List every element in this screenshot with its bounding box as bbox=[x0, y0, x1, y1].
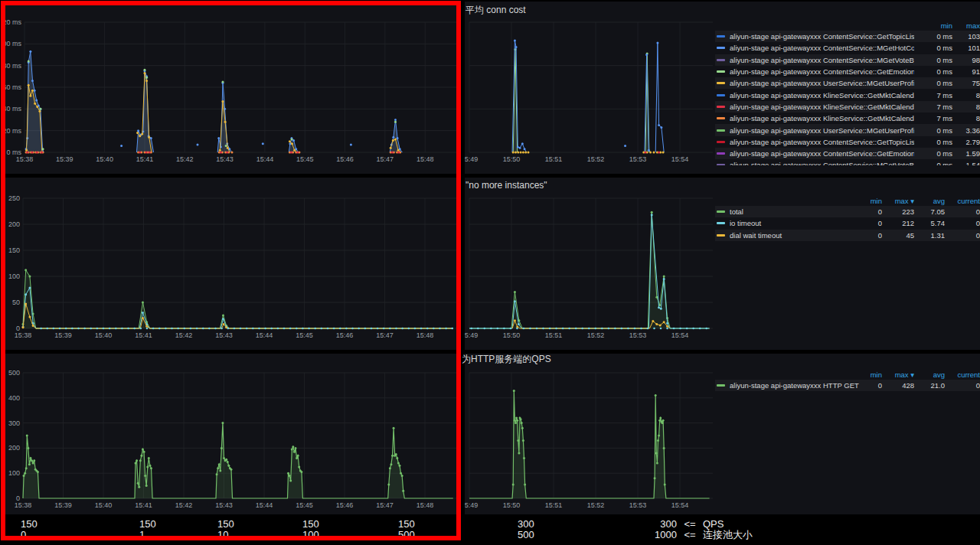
legend-series-label[interactable]: aliyun-stage api-gatewayxxx ContentServi… bbox=[730, 32, 914, 41]
panel-title-no-more-instances[interactable]: "no more instances" bbox=[466, 180, 547, 191]
legend-row[interactable]: aliyun-stage api-gatewayxxx UserService:… bbox=[715, 77, 980, 89]
legend-series-label[interactable]: aliyun-stage api-gatewayxxx ContentServi… bbox=[730, 44, 914, 52]
baseline-dot bbox=[270, 328, 273, 330]
baseline-dot bbox=[109, 328, 111, 330]
series-point bbox=[227, 465, 230, 467]
legend-conn-cost: minmaxaliyun-stage api-gatewayxxx Conten… bbox=[715, 21, 980, 165]
legend-row[interactable]: aliyun-stage api-gatewayxxx KlineService… bbox=[715, 113, 980, 124]
baseline-dot bbox=[53, 328, 55, 330]
baseline-dot bbox=[77, 328, 80, 330]
marker-dot bbox=[624, 145, 626, 147]
legend-series-label[interactable]: aliyun-stage api-gatewayxxx ContentServi… bbox=[730, 161, 914, 165]
y-tick-label: 40 ms bbox=[2, 105, 21, 113]
series-point bbox=[227, 461, 229, 463]
timeseries-conn-cost-left[interactable]: 15:3815:3915:4015:4115:4215:4315:4415:45… bbox=[2, 2, 459, 174]
legend-row[interactable]: aliyun-stage api-gatewayxxx ContentServi… bbox=[715, 42, 980, 54]
legend-value-min: 0 ms bbox=[914, 56, 952, 64]
legend-series-label[interactable]: aliyun-stage api-gatewayxxx UserService:… bbox=[730, 126, 914, 135]
x-tick-label: 15:51 bbox=[545, 155, 563, 163]
legend-series-label[interactable]: aliyun-stage api-gatewayxxx KlineService… bbox=[730, 114, 914, 122]
baseline-dot bbox=[686, 328, 688, 330]
threshold-value: 300 bbox=[648, 519, 677, 530]
baseline-dot bbox=[351, 328, 354, 330]
legend-row[interactable]: aliyun-stage api-gatewayxxx ContentServi… bbox=[715, 148, 980, 159]
series-point bbox=[31, 459, 33, 462]
legend-header-current[interactable]: current bbox=[945, 197, 980, 205]
legend-header-max[interactable]: max ▾ bbox=[882, 197, 914, 205]
legend-row[interactable]: io timeout02125.740 bbox=[715, 217, 980, 229]
x-tick-label: 15:41 bbox=[136, 155, 154, 163]
baseline-dot bbox=[258, 328, 260, 330]
series-color-swatch-icon bbox=[717, 117, 725, 119]
series-point bbox=[394, 139, 397, 141]
legend-row[interactable]: dial wait timeout0451.310 bbox=[715, 230, 980, 241]
timeseries-qps-left[interactable]: 15:3815:3915:4015:4115:4215:4315:4415:45… bbox=[2, 354, 459, 514]
timeseries-conn-cost-right[interactable]: 15:4915:5015:5115:5215:5315:54 bbox=[465, 2, 717, 174]
series-line bbox=[23, 304, 453, 328]
legend-header-avg[interactable]: avg bbox=[914, 197, 945, 205]
legend-series-label[interactable]: aliyun-stage api-gatewayxxx ContentServi… bbox=[730, 138, 914, 146]
series-point bbox=[394, 119, 397, 121]
legend-header-min[interactable]: min bbox=[859, 197, 882, 205]
legend-row[interactable]: aliyun-stage api-gatewayxxx UserService:… bbox=[715, 124, 980, 135]
legend-series-label[interactable]: aliyun-stage api-gatewayxxx KlineService… bbox=[730, 91, 914, 100]
baseline-dot bbox=[345, 328, 348, 330]
series-point bbox=[651, 214, 653, 216]
legend-header-avg[interactable]: avg bbox=[914, 370, 945, 379]
legend-series-label[interactable]: aliyun-stage api-gatewayxxx HTTP GET /v1… bbox=[730, 381, 859, 390]
timeseries-qps-right[interactable]: 15:4915:5015:5115:5215:5315:54 bbox=[465, 354, 717, 514]
x-tick-label: 15:42 bbox=[175, 331, 193, 339]
legend-row[interactable]: aliyun-stage api-gatewayxxx ContentServi… bbox=[715, 66, 980, 77]
series-point bbox=[520, 418, 522, 420]
legend-row[interactable]: aliyun-stage api-gatewayxxx ContentServi… bbox=[715, 31, 980, 42]
series-point bbox=[524, 483, 526, 485]
legend-value-min: 0 ms bbox=[914, 32, 952, 41]
series-line bbox=[655, 43, 664, 152]
legend-row[interactable]: aliyun-stage api-gatewayxxx KlineService… bbox=[715, 89, 980, 100]
x-tick-label: 15:53 bbox=[629, 501, 647, 509]
x-tick-label: 15:53 bbox=[629, 331, 647, 339]
legend-series-label[interactable]: aliyun-stage api-gatewayxxx ContentServi… bbox=[730, 149, 914, 158]
series-color-swatch-icon bbox=[717, 94, 725, 96]
series-point bbox=[38, 110, 41, 113]
legend-series-label[interactable]: io timeout bbox=[730, 219, 859, 227]
legend-row[interactable]: aliyun-stage api-gatewayxxx HTTP GET /v1… bbox=[715, 380, 980, 391]
series-color-swatch-icon bbox=[717, 210, 725, 213]
legend-row[interactable]: aliyun-stage api-gatewayxxx ContentServi… bbox=[715, 54, 980, 66]
legend-header-max[interactable]: max bbox=[952, 21, 980, 30]
legend-header-min[interactable]: min bbox=[914, 21, 952, 30]
series-color-swatch-icon bbox=[717, 141, 725, 143]
panel-title-conn-cost[interactable]: 平均 conn cost bbox=[466, 4, 526, 17]
series-point bbox=[150, 467, 152, 469]
series-point bbox=[398, 465, 400, 467]
series-point bbox=[29, 95, 31, 97]
legend-header-current[interactable]: current bbox=[945, 370, 980, 379]
legend-row[interactable]: aliyun-stage api-gatewayxxx ContentServi… bbox=[715, 159, 980, 165]
legend-value-max: 8 bbox=[952, 114, 980, 122]
baseline-dot bbox=[407, 328, 410, 330]
legend-row[interactable]: total02237.050 bbox=[715, 206, 980, 217]
series-point bbox=[142, 317, 144, 319]
legend-row[interactable]: aliyun-stage api-gatewayxxx ContentServi… bbox=[715, 136, 980, 148]
series-point bbox=[401, 475, 403, 477]
series-point bbox=[149, 465, 151, 467]
x-tick-label: 15:52 bbox=[587, 501, 605, 509]
baseline-dot bbox=[414, 328, 416, 330]
legend-series-label[interactable]: dial wait timeout bbox=[730, 231, 859, 240]
x-tick-label: 15:50 bbox=[503, 155, 521, 163]
panel-title-qps[interactable]: 作为HTTP服务端的QPS bbox=[458, 353, 551, 366]
legend-series-label[interactable]: aliyun-stage api-gatewayxxx ContentServi… bbox=[730, 56, 914, 64]
series-point bbox=[519, 147, 521, 149]
legend-series-label[interactable]: total bbox=[730, 207, 859, 216]
marker-dot bbox=[41, 152, 43, 154]
legend-header-min[interactable]: min bbox=[859, 370, 882, 379]
legend-value-max: 3.36 bbox=[952, 126, 980, 135]
timeseries-no-more-instances-left[interactable]: 15:3815:3915:4015:4115:4215:4315:4415:45… bbox=[2, 178, 459, 350]
legend-series-label[interactable]: aliyun-stage api-gatewayxxx ContentServi… bbox=[730, 67, 914, 76]
timeseries-no-more-instances-right[interactable]: 15:4915:5015:5115:5215:5315:54 bbox=[465, 178, 717, 350]
legend-header-max[interactable]: max ▾ bbox=[882, 370, 914, 379]
legend-series-label[interactable]: aliyun-stage api-gatewayxxx KlineService… bbox=[730, 103, 914, 111]
legend-row[interactable]: aliyun-stage api-gatewayxxx KlineService… bbox=[715, 101, 980, 113]
legend-series-label[interactable]: aliyun-stage api-gatewayxxx UserService:… bbox=[730, 79, 914, 87]
series-point bbox=[659, 417, 662, 419]
